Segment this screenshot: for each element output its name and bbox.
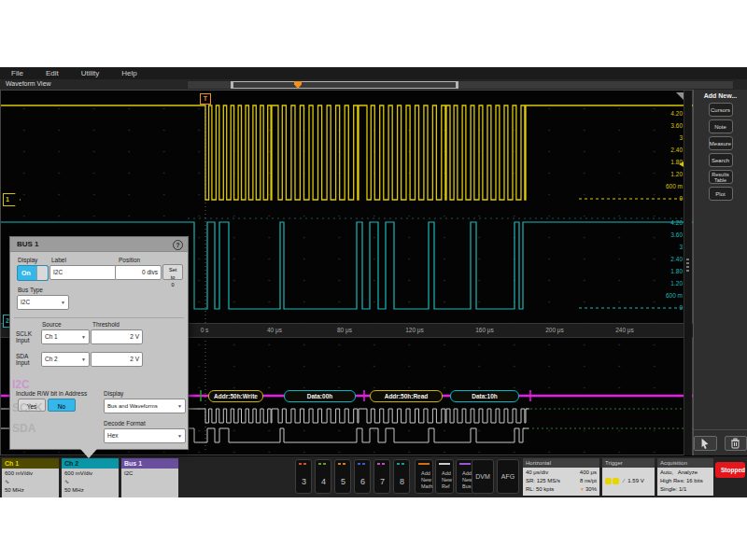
badge-header: Ch 2 <box>62 458 119 469</box>
menu-utility[interactable]: Utility <box>70 67 111 79</box>
decode-format-dropdown[interactable]: Hex▼ <box>104 428 186 443</box>
zoom-window-bracket[interactable] <box>231 81 458 89</box>
horizontal-panel[interactable]: Horizontal 40 μs/div400 μsSR: 125 MS/s8 … <box>523 458 599 496</box>
sda-source-dropdown[interactable]: Ch 2▼ <box>41 352 90 367</box>
menu-file[interactable]: File <box>0 67 35 79</box>
bottom-bar: Ch 1600 mV/div∿50 MHzCh 2600 mV/div∿50 M… <box>0 455 747 497</box>
channel-button-3[interactable]: 3 <box>295 459 312 494</box>
badge-row: I2C <box>124 469 176 478</box>
channel-button-4[interactable]: 4 <box>315 459 331 494</box>
trigger-panel[interactable]: Trigger ∕ 1.59 V <box>602 458 655 496</box>
channel-button-5[interactable]: 5 <box>334 459 351 494</box>
sidebar-button-search[interactable]: Search <box>709 153 733 167</box>
badge-header: Ch 1 <box>2 458 59 469</box>
sidebar-button-note[interactable]: Note <box>709 119 733 133</box>
badge-row: ∿ <box>5 478 56 486</box>
horizontal-cell: 8 ns/pt <box>580 477 597 485</box>
horizontal-title: Horizontal <box>523 458 599 468</box>
pan-zoom-ruler[interactable] <box>187 80 734 90</box>
rw-no-button[interactable]: No <box>48 399 76 412</box>
badge-body: 600 mV/div∿50 MHz <box>62 469 119 497</box>
badge-bus1[interactable]: Bus 1I2C <box>121 458 178 496</box>
ch1-scale-label: 3.60 <box>651 122 683 129</box>
label-input[interactable]: I2C <box>49 265 117 280</box>
channel-color-dash <box>318 463 328 465</box>
right-scale-strip <box>684 91 692 456</box>
toggle-knob <box>36 266 48 280</box>
decode-format-label: Decode Format <box>104 420 146 427</box>
stopped-button[interactable]: Stopped <box>715 462 745 478</box>
source-color-dash <box>459 463 471 465</box>
sidebar-button-results-table[interactable]: Results Table <box>709 170 733 184</box>
acquisition-row: Single: 1/1 <box>660 485 711 494</box>
channel-color-dash <box>338 463 347 465</box>
display-mode-dropdown[interactable]: Bus and Waveforms▼ <box>104 399 186 413</box>
dialog-title[interactable]: BUS 1 <box>10 237 188 252</box>
display-toggle[interactable]: On <box>17 265 49 281</box>
trash-button[interactable] <box>725 436 747 451</box>
ch2-scale-label: 2.40 <box>651 256 683 262</box>
position-input[interactable]: 0 divs <box>115 265 162 280</box>
pointer-icon <box>699 438 711 449</box>
help-icon[interactable]: ? <box>173 240 183 250</box>
chevron-down-icon: ▼ <box>177 429 182 442</box>
horizontal-cell: SR: 125 MS/s <box>526 477 560 485</box>
bus-decode-data: Data:10h <box>450 390 519 402</box>
callout-button[interactable] <box>694 436 717 451</box>
menu-help[interactable]: Help <box>110 67 148 79</box>
afg-button[interactable]: AFG <box>497 459 519 494</box>
set-to-zero-button[interactable]: Set to 0 <box>162 264 183 280</box>
ch2-scale-label: 600 m <box>651 292 683 299</box>
sidebar-tools <box>694 429 747 451</box>
bus-type-value: I2C <box>21 299 30 305</box>
add-new-title: Add New... <box>694 92 747 99</box>
horizontal-cell: ▼30% <box>580 485 597 494</box>
sclk-threshold-input[interactable]: 2 V <box>91 329 143 344</box>
menu-bar: FileEditUtilityHelp <box>0 67 747 80</box>
bus-type-dropdown[interactable]: I2C▼ <box>17 295 69 310</box>
channel-button-6[interactable]: 6 <box>354 459 371 494</box>
sidebar-button-plot[interactable]: Plot <box>709 187 733 201</box>
trigger-indicator[interactable]: T <box>200 93 211 105</box>
badge-body: I2C <box>121 469 178 497</box>
threshold-header: Threshold <box>92 321 120 328</box>
horizontal-row: SR: 125 MS/s8 ns/pt <box>526 477 597 485</box>
tab-waveform-view[interactable]: Waveform View <box>6 80 51 87</box>
sda-slice-label: SDA <box>12 422 35 435</box>
right-sidebar: Add New... CursorsNoteMeasureSearchResul… <box>693 90 747 455</box>
time-axis-label: 200 μs <box>534 327 575 333</box>
display-on-label: On <box>21 266 31 280</box>
bus-decode-addr: Addr:50h:Write <box>208 390 263 402</box>
acquisition-panel[interactable]: Acquisition Auto, AnalyzeHigh Res: 16 bi… <box>657 458 713 496</box>
decode-format-value: Hex <box>107 432 119 439</box>
badge-ch1[interactable]: Ch 1600 mV/div∿50 MHz <box>2 458 59 496</box>
menu-edit[interactable]: Edit <box>35 67 70 79</box>
dvm-button[interactable]: DVM <box>472 459 494 494</box>
acquisition-row: Auto, Analyze <box>660 469 711 477</box>
add-new-math-button[interactable]: Add New Math <box>415 459 433 494</box>
rw-bit-label: Include R/W bit in Address <box>16 390 87 397</box>
badge-ch2[interactable]: Ch 2600 mV/div∿50 MHz <box>62 458 119 496</box>
sclk-source-value: Ch 1 <box>45 333 58 340</box>
badge-row: 600 mV/div <box>5 469 56 478</box>
sclk-source-dropdown[interactable]: Ch 1▼ <box>41 329 90 344</box>
channel-button-8[interactable]: 8 <box>393 459 410 494</box>
sclk-input-label: SCLK Input <box>16 330 32 343</box>
trigger-source-icon <box>605 478 612 484</box>
chevron-down-icon: ▼ <box>81 353 86 366</box>
bus-type-label: Bus Type <box>18 287 43 293</box>
channel-button-7[interactable]: 7 <box>374 459 390 494</box>
scale-grip-icon[interactable] <box>686 259 689 272</box>
time-axis-label: 40 μs <box>254 327 295 333</box>
bus-decode-data: Data:00h <box>284 390 356 402</box>
trash-icon <box>730 438 740 449</box>
sidebar-button-cursors[interactable]: Cursors <box>709 103 733 117</box>
time-axis-label: 120 μs <box>394 327 435 333</box>
ch1-scale-label: 600 m <box>651 183 683 189</box>
trigger-source-icon2 <box>613 478 619 484</box>
sda-threshold-input[interactable]: 2 V <box>91 352 143 367</box>
ch2-scale-label: 3 <box>651 244 683 250</box>
add-new-ref-button[interactable]: Add New Ref <box>435 459 454 494</box>
acquisition-title: Acquisition <box>657 458 713 468</box>
sidebar-button-measure[interactable]: Measure <box>709 136 733 150</box>
